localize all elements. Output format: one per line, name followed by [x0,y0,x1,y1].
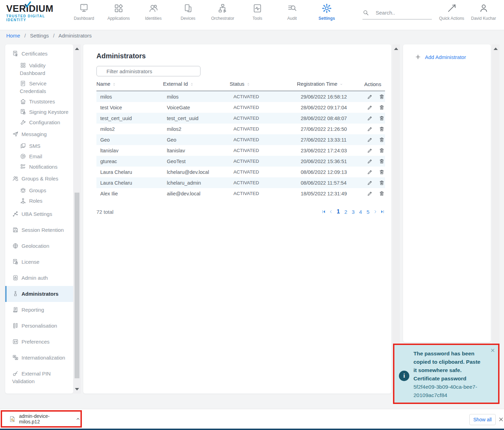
scroll-up-arrow-icon[interactable] [394,48,398,50]
search-input[interactable] [375,9,430,16]
edit-button[interactable] [367,104,373,110]
downloaded-file-item[interactable]: admin-device-milos.p12 [1,410,82,428]
user-menu-button[interactable]: David Kuchar [469,3,498,21]
toast-line: The password has been [413,349,493,358]
trash-icon [379,126,385,132]
sidebar-item-reporting[interactable]: Reporting [5,302,73,318]
sidebar-item-admin-auth[interactable]: Admin auth [5,270,73,286]
group-icon [20,187,26,194]
page-number-3[interactable]: 3 [351,209,356,215]
cell-registration-time: 23/06/2022 17:24:03 [297,145,364,156]
sidebar-item-sms[interactable]: SMS [5,141,73,151]
nav-item-audit[interactable]: Audit [275,3,309,21]
main-nav: DashboardApplicationsIdentitiesDevicesOr… [67,3,344,21]
delete-button[interactable] [379,191,385,196]
column-header-name[interactable]: Name [96,81,163,91]
scroll-down-arrow-icon[interactable] [75,388,79,390]
cell-registration-time: 27/06/2022 13:33:11 [297,134,364,145]
filter-administrators-input[interactable] [96,66,200,76]
nav-item-devices[interactable]: Devices [171,3,205,21]
delete-button[interactable] [379,169,385,175]
sidebar-item-personalisation[interactable]: Personalisation [5,318,73,334]
page-prev-button[interactable] [328,209,333,214]
column-header-external-id[interactable]: External Id [163,81,230,91]
sidebar-item-uba-settings[interactable]: UBA Settings [5,206,73,222]
nav-item-dashboard[interactable]: Dashboard [67,3,101,21]
toast-close-icon[interactable] [490,348,495,353]
column-header-status[interactable]: Status [230,81,297,91]
veridium-logo[interactable]: VERIDIUM TRUSTED DIGITAL IDENTITY [6,4,65,22]
edit-button[interactable] [367,137,373,143]
delete-button[interactable] [379,180,385,186]
sidebar-item-messaging[interactable]: Messaging [5,128,73,141]
page-first-button[interactable] [321,209,326,214]
show-all-downloads-button[interactable]: Show all [469,414,496,425]
page-last-button[interactable] [380,209,385,214]
page-number-2[interactable]: 2 [343,209,348,215]
trash-icon [379,191,385,196]
sidebar-item-groups[interactable]: Groups [5,185,73,196]
sidebar-item-session-retention[interactable]: Session Retention [5,222,73,238]
nav-item-orchestrator[interactable]: Orchestrator [205,3,240,21]
sidebar-item-internationalization[interactable]: Internationalization [5,350,73,366]
delete-button[interactable] [379,158,385,164]
edit-button[interactable] [367,147,373,153]
column-header-registration-time[interactable]: Registration Time [297,81,364,91]
add-administrator-button[interactable]: Add Administrator [415,54,491,60]
panel-scrollbar[interactable] [492,44,499,394]
page-number-1[interactable]: 1 [336,209,341,215]
delete-button[interactable] [379,137,385,143]
edit-button[interactable] [367,158,373,164]
sidebar-item-administrators[interactable]: Administrators [5,286,73,302]
trash-icon [379,115,385,121]
table-row: Alex Ilieailie@dev.localACTIVATED18/05/2… [96,188,385,199]
page-number-5[interactable]: 5 [366,209,370,215]
downloads-bar-close-icon[interactable] [498,417,504,422]
edit-button[interactable] [367,169,373,175]
breadcrumb-home-link[interactable]: Home [6,33,20,39]
edit-button[interactable] [367,191,373,196]
delete-button[interactable] [379,147,385,153]
chevron-up-icon[interactable] [76,416,80,421]
edit-button[interactable] [367,180,373,186]
sidebar-item-signing-keystore[interactable]: Signing Keystore [5,107,73,117]
sidebar-item-email[interactable]: Email [5,151,73,162]
sidebar-item-validity-dashboard[interactable]: Validity Dashboard [5,60,73,78]
sidebar-item-certificates[interactable]: Certificates [5,47,73,60]
delete-button[interactable] [379,94,385,100]
quick-actions-button[interactable]: Quick Actions [438,3,465,21]
scroll-up-arrow-icon[interactable] [75,48,79,50]
nav-item-applications[interactable]: Applications [101,3,136,21]
nav-item-tools[interactable]: Tools [240,3,275,21]
delete-button[interactable] [379,126,385,132]
audit-icon [287,3,297,14]
scrollbar-thumb[interactable] [75,193,79,378]
sidebar-item-configuration[interactable]: Configuration [5,117,73,128]
sidebar-item-truststores[interactable]: Truststores [5,96,73,107]
sidebar-scrollbar[interactable] [73,44,81,394]
edit-button[interactable] [367,126,373,132]
trash-icon [379,158,385,164]
globe-icon [12,243,19,249]
sidebar-item-license[interactable]: License [5,254,73,270]
sidebar-item-radius-clients[interactable]: Radius Clients [5,389,73,394]
cell-external-id: VoiceGate [163,102,230,113]
edit-button[interactable] [367,94,373,100]
table-row: gtureacGeoTestACTIVATED20/06/2022 15:36:… [96,156,385,167]
sidebar-item-external-pin-validation[interactable]: External PIN Validation [5,366,73,389]
sidebar-item-service-credentials[interactable]: Service Credentials [5,78,73,96]
sidebar-item-groups-roles[interactable]: Groups & Roles [5,172,73,185]
nav-item-identities[interactable]: Identities [136,3,171,21]
delete-button[interactable] [379,104,385,110]
sidebar-item-geolocation[interactable]: Geolocation [5,238,73,254]
nav-item-settings[interactable]: Settings [309,3,344,21]
sidebar-item-roles[interactable]: Roles [5,196,73,206]
delete-button[interactable] [379,115,385,121]
sidebar-item-preferences[interactable]: Preferences [5,334,73,350]
page-next-button[interactable] [373,209,378,214]
edit-button[interactable] [367,115,373,121]
scroll-up-arrow-icon[interactable] [494,48,498,50]
main-scrollbar[interactable] [392,44,400,394]
sidebar-item-notifications[interactable]: Notifications [5,162,73,172]
page-number-4[interactable]: 4 [358,209,363,215]
